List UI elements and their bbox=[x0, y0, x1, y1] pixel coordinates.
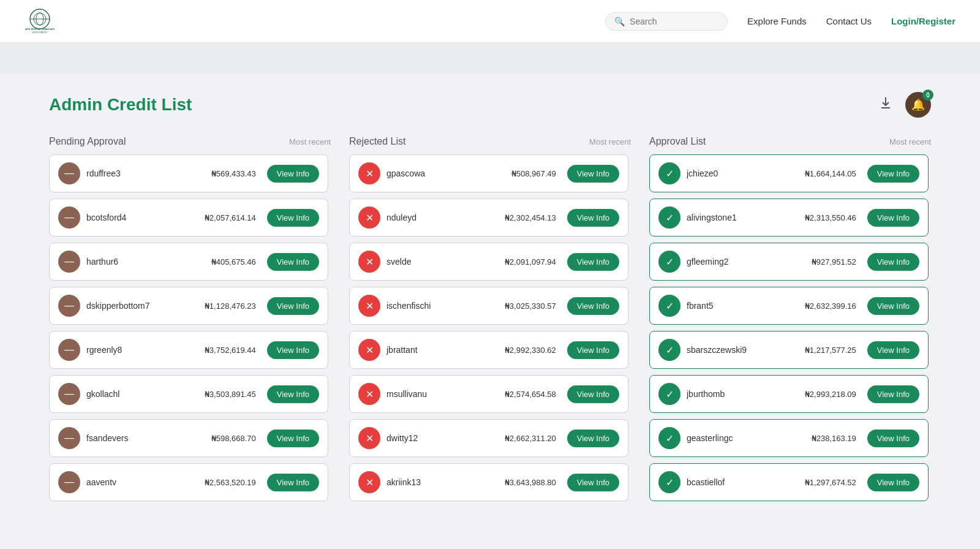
approved-list-item: ✓ geasterlingc ₦238,163.19 View Info bbox=[649, 419, 929, 457]
rejected-list-item: ✕ svelde ₦2,091,097.94 View Info bbox=[349, 243, 628, 281]
amount: ₦3,752,619.44 bbox=[205, 346, 256, 355]
username: nduleyd bbox=[386, 213, 499, 222]
username: geasterlingc bbox=[687, 433, 805, 443]
view-info-button[interactable]: View Info bbox=[867, 165, 919, 183]
x-icon: ✕ bbox=[366, 256, 374, 268]
check-icon: ✓ bbox=[666, 477, 674, 488]
view-info-button[interactable]: View Info bbox=[567, 474, 619, 491]
download-button[interactable] bbox=[876, 93, 895, 116]
amount: ₦927,951.52 bbox=[812, 257, 856, 267]
header-actions: 🔔 0 bbox=[876, 92, 931, 118]
approved-list-item: ✓ gfleeming2 ₦927,951.52 View Info bbox=[649, 243, 929, 281]
username: svelde bbox=[386, 257, 499, 267]
page-header: Admin Credit List 🔔 0 bbox=[49, 92, 931, 118]
check-icon: ✓ bbox=[666, 300, 674, 312]
x-icon: ✕ bbox=[366, 300, 374, 312]
check-icon: ✓ bbox=[666, 388, 674, 400]
check-icon: ✓ bbox=[666, 433, 674, 444]
amount: ₦405,675.46 bbox=[211, 257, 256, 267]
view-info-button[interactable]: View Info bbox=[267, 165, 319, 183]
approved-list-item: ✓ jchieze0 ₦1,664,144.05 View Info bbox=[649, 154, 929, 192]
view-info-button[interactable]: View Info bbox=[567, 209, 619, 227]
view-info-button[interactable]: View Info bbox=[267, 385, 319, 403]
approved-column: Approval List Most recent ✓ jchieze0 ₦1,… bbox=[649, 136, 931, 501]
view-info-button[interactable]: View Info bbox=[867, 253, 919, 271]
username: dwitty12 bbox=[386, 433, 499, 443]
view-info-button[interactable]: View Info bbox=[867, 474, 919, 491]
username: jburthomb bbox=[687, 389, 799, 399]
minus-icon: — bbox=[64, 256, 74, 267]
amount: ₦2,302,454.13 bbox=[505, 213, 556, 222]
header-nav: 🔍 Explore Funds Contact Us Login/Registe… bbox=[605, 12, 956, 31]
view-info-button[interactable]: View Info bbox=[267, 297, 319, 315]
view-info-button[interactable]: View Info bbox=[867, 385, 919, 403]
view-info-button[interactable]: View Info bbox=[567, 385, 619, 403]
rejected-column: Rejected List Most recent ✕ gpascowa ₦50… bbox=[349, 136, 631, 501]
minus-icon: — bbox=[64, 300, 74, 311]
username: msullivanu bbox=[386, 389, 499, 399]
x-icon: ✕ bbox=[366, 388, 374, 400]
rejected-list-item: ✕ nduleyd ₦2,302,454.13 View Info bbox=[349, 199, 628, 237]
view-info-button[interactable]: View Info bbox=[867, 209, 919, 227]
check-icon: ✓ bbox=[666, 256, 674, 268]
username: fbrant5 bbox=[687, 301, 799, 311]
username: fsandevers bbox=[86, 433, 205, 443]
pending-list-item: — dskipperbottom7 ₦1,128,476.23 View Inf… bbox=[49, 287, 328, 325]
view-info-button[interactable]: View Info bbox=[567, 430, 619, 447]
x-icon: ✕ bbox=[366, 433, 374, 444]
avatar: — bbox=[58, 383, 80, 405]
avatar: ✓ bbox=[658, 427, 680, 449]
search-icon: 🔍 bbox=[614, 17, 625, 26]
username: dskipperbottom7 bbox=[86, 301, 198, 311]
check-icon: ✓ bbox=[666, 168, 674, 180]
avatar: ✕ bbox=[358, 206, 380, 229]
svg-text:UNIFE MUSLIM GRADUATES: UNIFE MUSLIM GRADUATES bbox=[25, 28, 55, 31]
search-input[interactable] bbox=[630, 17, 718, 26]
view-info-button[interactable]: View Info bbox=[267, 209, 319, 227]
pending-list-item: — bcotsford4 ₦2,057,614.14 View Info bbox=[49, 199, 328, 237]
svg-text:ASSOCIATION: ASSOCIATION bbox=[32, 31, 47, 34]
view-info-button[interactable]: View Info bbox=[567, 165, 619, 183]
view-info-button[interactable]: View Info bbox=[567, 253, 619, 271]
explore-funds-link[interactable]: Explore Funds bbox=[747, 16, 807, 26]
username: gfleeming2 bbox=[687, 257, 805, 267]
username: bcastiellof bbox=[687, 477, 799, 487]
pending-list-item: — rduffree3 ₦569,433.43 View Info bbox=[49, 154, 328, 192]
username: akriink13 bbox=[386, 477, 499, 487]
view-info-button[interactable]: View Info bbox=[867, 430, 919, 447]
avatar: ✓ bbox=[658, 251, 680, 273]
contact-us-link[interactable]: Contact Us bbox=[826, 16, 872, 26]
rejected-list-item: ✕ jbrattant ₦2,992,330.62 View Info bbox=[349, 331, 628, 369]
amount: ₦3,643,988.80 bbox=[505, 478, 556, 487]
view-info-button[interactable]: View Info bbox=[567, 297, 619, 315]
avatar: ✓ bbox=[658, 471, 680, 493]
view-info-button[interactable]: View Info bbox=[867, 341, 919, 359]
search-bar[interactable]: 🔍 bbox=[605, 12, 728, 31]
avatar: ✕ bbox=[358, 427, 380, 449]
site-header: UNIFE MUSLIM GRADUATES ASSOCIATION 🔍 Exp… bbox=[0, 0, 980, 43]
avatar: — bbox=[58, 251, 80, 273]
pending-list-item: — aaventv ₦2,563,520.19 View Info bbox=[49, 463, 328, 501]
avatar: ✕ bbox=[358, 471, 380, 493]
amount: ₦2,993,218.09 bbox=[805, 390, 856, 399]
username: aaventv bbox=[86, 477, 198, 487]
view-info-button[interactable]: View Info bbox=[567, 341, 619, 359]
pending-column-header: Pending Approval Most recent bbox=[49, 136, 331, 147]
view-info-button[interactable]: View Info bbox=[267, 253, 319, 271]
rejected-list-item: ✕ msullivanu ₦2,574,654.58 View Info bbox=[349, 375, 628, 413]
username: sbarszczewski9 bbox=[687, 345, 799, 355]
approved-list-item: ✓ bcastiellof ₦1,297,674.52 View Info bbox=[649, 463, 929, 501]
amount: ₦2,992,330.62 bbox=[505, 346, 556, 355]
avatar: ✓ bbox=[658, 339, 680, 361]
login-register-link[interactable]: Login/Register bbox=[891, 16, 956, 26]
amount: ₦1,128,476.23 bbox=[205, 301, 256, 311]
view-info-button[interactable]: View Info bbox=[867, 297, 919, 315]
view-info-button[interactable]: View Info bbox=[267, 430, 319, 447]
username: gpascowa bbox=[386, 168, 505, 178]
view-info-button[interactable]: View Info bbox=[267, 474, 319, 491]
notification-button[interactable]: 🔔 0 bbox=[905, 92, 931, 118]
username: bcotsford4 bbox=[86, 213, 198, 222]
avatar: ✕ bbox=[358, 251, 380, 273]
rejected-list-item: ✕ dwitty12 ₦2,662,311.20 View Info bbox=[349, 419, 628, 457]
view-info-button[interactable]: View Info bbox=[267, 341, 319, 359]
